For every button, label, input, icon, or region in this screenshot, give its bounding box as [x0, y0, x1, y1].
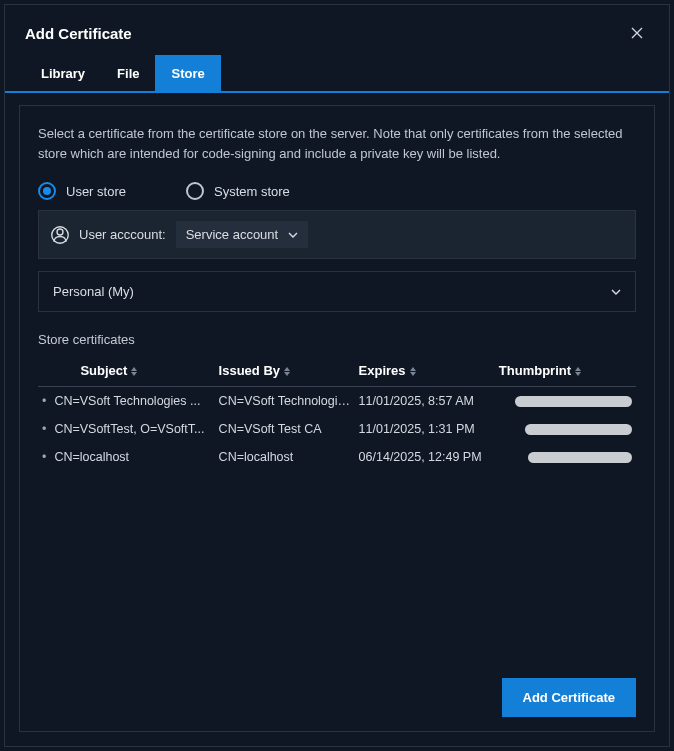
row-bullet-icon: • — [38, 443, 50, 471]
account-value: Service account — [186, 227, 279, 242]
col-thumbprint[interactable]: Thumbprint — [495, 357, 636, 387]
store-select-value: Personal (My) — [53, 284, 611, 299]
add-certificate-dialog: Add Certificate Library File Store Selec… — [4, 4, 670, 747]
account-label: User acccount: — [79, 227, 166, 242]
account-select[interactable]: Service account — [176, 221, 309, 248]
radio-checked-icon — [38, 182, 56, 200]
user-account-bar: User acccount: Service account — [38, 210, 636, 259]
dialog-footer: Add Certificate — [38, 664, 636, 717]
store-scope-radios: User store System store — [38, 182, 636, 200]
radio-user-store[interactable]: User store — [38, 182, 126, 200]
col-expires[interactable]: Expires — [355, 357, 495, 387]
row-bullet-icon: • — [38, 415, 50, 443]
col-subject[interactable]: Subject — [50, 357, 214, 387]
dialog-header: Add Certificate — [5, 5, 669, 55]
radio-unchecked-icon — [186, 182, 204, 200]
cell-expires: 11/01/2025, 8:57 AM — [355, 387, 495, 416]
store-certificates-label: Store certificates — [38, 332, 636, 347]
cell-subject: CN=VSoft Technologies ... — [50, 387, 214, 416]
col-issued-by[interactable]: Issued By — [215, 357, 355, 387]
radio-system-store[interactable]: System store — [186, 182, 290, 200]
chevron-down-icon — [611, 287, 621, 297]
radio-label: User store — [66, 184, 126, 199]
store-panel: Select a certificate from the certificat… — [19, 105, 655, 732]
tab-file[interactable]: File — [101, 55, 155, 91]
tab-bar: Library File Store — [5, 55, 669, 93]
cell-subject: CN=localhost — [50, 443, 214, 471]
chevron-down-icon — [288, 230, 298, 240]
table-header-row: Subject Issued By Expires Thumbprint — [38, 357, 636, 387]
add-certificate-button[interactable]: Add Certificate — [502, 678, 636, 717]
dialog-title: Add Certificate — [25, 25, 625, 42]
certificate-store-select[interactable]: Personal (My) — [38, 271, 636, 312]
cell-thumbprint — [495, 443, 636, 471]
table-row[interactable]: • CN=localhost CN=localhost 06/14/2025, … — [38, 443, 636, 471]
cell-issued-by: CN=localhost — [215, 443, 355, 471]
table-row[interactable]: • CN=VSoftTest, O=VSoftT... CN=VSoft Tes… — [38, 415, 636, 443]
certificates-table: Subject Issued By Expires Thumbprint • C… — [38, 357, 636, 471]
tab-library[interactable]: Library — [25, 55, 101, 91]
panel-description: Select a certificate from the certificat… — [38, 124, 636, 164]
cell-thumbprint — [495, 415, 636, 443]
user-icon — [51, 226, 69, 244]
radio-label: System store — [214, 184, 290, 199]
table-row[interactable]: • CN=VSoft Technologies ... CN=VSoft Tec… — [38, 387, 636, 416]
cell-expires: 06/14/2025, 12:49 PM — [355, 443, 495, 471]
cell-thumbprint — [495, 387, 636, 416]
tab-store[interactable]: Store — [155, 55, 220, 91]
cell-issued-by: CN=VSoft Test CA — [215, 415, 355, 443]
close-button[interactable] — [625, 21, 649, 45]
svg-point-0 — [57, 229, 63, 235]
close-icon — [631, 27, 643, 39]
cell-subject: CN=VSoftTest, O=VSoftT... — [50, 415, 214, 443]
cell-issued-by: CN=VSoft Technologies ... — [215, 387, 355, 416]
cell-expires: 11/01/2025, 1:31 PM — [355, 415, 495, 443]
row-bullet-icon: • — [38, 387, 50, 416]
